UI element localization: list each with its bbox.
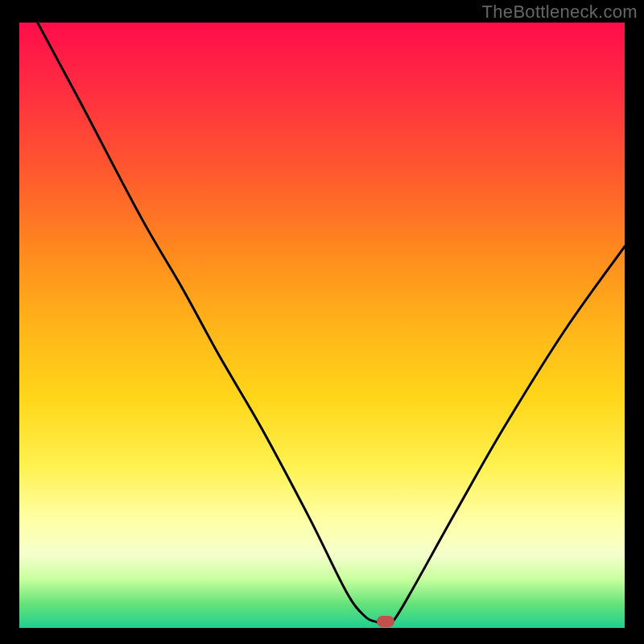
plot-area <box>19 23 625 628</box>
bottleneck-curve <box>19 23 625 628</box>
chart-frame: TheBottleneck.com <box>0 0 644 644</box>
optimal-marker <box>377 616 394 627</box>
watermark-text: TheBottleneck.com <box>482 2 638 23</box>
